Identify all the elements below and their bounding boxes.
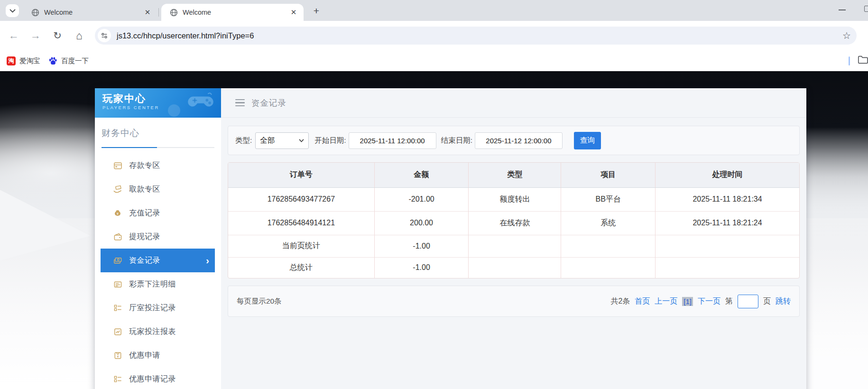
bookmark-taobao[interactable]: 淘 爱淘宝 xyxy=(4,54,43,67)
sidebar-item-label: 取款专区 xyxy=(129,185,160,194)
filter-bar: 类型: 全部 开始日期: 结束日期: 查询 xyxy=(228,126,800,155)
sidebar-item-withdraw-zone[interactable]: 取款专区 xyxy=(101,177,215,201)
site-settings-icon[interactable] xyxy=(98,29,111,42)
taobao-icon: 淘 xyxy=(7,56,16,65)
tab-close-button[interactable]: ✕ xyxy=(288,7,299,18)
cell-process-time: 2025-11-11 18:21:24 xyxy=(656,211,799,235)
sidebar-item-label: 资金记录 xyxy=(129,256,160,266)
money-bag-icon: ¥ xyxy=(112,209,123,218)
pager-controls: 共2条 首页 上一页 [1] 下一页 第 页 跳转 xyxy=(610,295,791,308)
browser-toolbar: ← → ↻ ⌂ js13.cc/hhcp/usercenter.html?ini… xyxy=(0,21,868,50)
window-minimize-button[interactable] xyxy=(839,9,846,10)
cell-amount: 200.00 xyxy=(374,211,469,235)
content-area: 资金记录 类型: 全部 开始日期: 结束日期: xyxy=(221,88,806,389)
table-row-total-summary: 总统计 -1.00 xyxy=(228,257,799,278)
tab-search-button[interactable] xyxy=(6,4,19,17)
sidebar-item-promo-apply[interactable]: ¥ 优惠申请 xyxy=(101,343,215,367)
tab-welcome-1[interactable]: Welcome ✕ xyxy=(23,4,157,21)
address-bar[interactable]: js13.cc/hhcp/usercenter.html?iniType=6 ☆ xyxy=(95,27,857,45)
hand-money-icon xyxy=(112,185,123,194)
page-jump-input[interactable] xyxy=(738,295,758,308)
bookmarks-separator xyxy=(849,56,850,65)
sidebar-item-promo-apply-records[interactable]: 优惠申请记录 xyxy=(101,367,215,389)
cell-summary-label: 总统计 xyxy=(228,257,374,278)
tab-separator xyxy=(158,8,159,17)
bookmark-star-icon[interactable]: ☆ xyxy=(842,31,851,40)
tab-strip: Welcome ✕ Welcome ✕ + xyxy=(0,0,868,21)
funds-table: 订单号 金额 类型 项目 处理时间 1762856493477267 xyxy=(228,162,800,278)
sidebar-item-lottery-bet-details[interactable]: 彩票下注明细 xyxy=(101,272,215,296)
type-select[interactable]: 全部 xyxy=(255,132,309,149)
sidebar-item-label: 充值记录 xyxy=(129,208,160,218)
type-label: 类型: xyxy=(235,136,252,146)
cell-summary-label: 当前页统计 xyxy=(228,235,374,257)
sidebar-item-label: 存款专区 xyxy=(129,161,160,171)
end-date-input[interactable] xyxy=(475,132,563,149)
sidebar-item-hall-bet-records[interactable]: 厅室投注记录 xyxy=(101,296,215,320)
chart-report-icon xyxy=(112,327,123,336)
chevron-down-icon xyxy=(9,9,16,13)
table-row: 1762856484914121 200.00 在线存款 系统 2025-11-… xyxy=(228,211,799,235)
table-row-page-summary: 当前页统计 -1.00 xyxy=(228,235,799,257)
tab-title: Welcome xyxy=(44,9,142,16)
tab-title: Welcome xyxy=(183,9,288,16)
tab-welcome-2[interactable]: Welcome ✕ xyxy=(161,4,304,21)
type-select-value: 全部 xyxy=(260,136,299,146)
page-title: 资金记录 xyxy=(251,97,286,109)
col-order-no: 订单号 xyxy=(228,163,374,187)
jump-button[interactable]: 跳转 xyxy=(776,296,791,306)
sidebar-item-funds-records[interactable]: 资金记录 › xyxy=(101,249,215,272)
sidebar-item-deposit-zone[interactable]: 存款专区 xyxy=(101,154,215,177)
hamburger-icon xyxy=(235,99,245,107)
jump-suffix-label: 页 xyxy=(763,296,771,306)
reload-button[interactable]: ↻ xyxy=(50,28,65,43)
cell-amount: -1.00 xyxy=(374,257,469,278)
col-project: 项目 xyxy=(561,163,656,187)
svg-text:¥: ¥ xyxy=(117,354,119,358)
query-button[interactable]: 查询 xyxy=(574,132,601,149)
active-chevron-icon: › xyxy=(206,256,209,265)
tab-close-button[interactable]: ✕ xyxy=(142,7,153,18)
jump-prefix-label: 第 xyxy=(725,296,733,306)
sidebar-item-withdrawal-records[interactable]: 提现记录 xyxy=(101,225,215,249)
col-process-time: 处理时间 xyxy=(656,163,799,187)
decoration-circle xyxy=(168,104,180,117)
url-text: js13.cc/hhcp/usercenter.html?iniType=6 xyxy=(117,31,842,40)
home-button[interactable]: ⌂ xyxy=(72,28,86,43)
chevron-down-icon xyxy=(299,139,304,142)
bookmark-baidu[interactable]: 百度一下 xyxy=(46,54,92,67)
cell-type: 额度转出 xyxy=(469,187,561,211)
window-maximize-button[interactable] xyxy=(864,6,868,12)
sidebar-menu: 存款专区 取款专区 ¥ 充值记录 提现记录 xyxy=(95,154,221,389)
sidebar-item-recharge-records[interactable]: ¥ 充值记录 xyxy=(101,201,215,225)
col-amount: 金额 xyxy=(374,163,469,187)
all-bookmarks-folder-icon[interactable] xyxy=(858,55,868,65)
first-page-link[interactable]: 首页 xyxy=(635,296,650,306)
new-tab-button[interactable]: + xyxy=(310,4,323,17)
sidebar-item-label: 提现记录 xyxy=(129,232,160,242)
cell-type: 在线存款 xyxy=(469,211,561,235)
cell-amount: -1.00 xyxy=(374,235,469,257)
cell-order-no: 1762856493477267 xyxy=(228,187,374,211)
table-row: 1762856493477267 -201.00 额度转出 BB平台 2025-… xyxy=(228,187,799,211)
sidebar-item-player-bet-report[interactable]: 玩家投注报表 xyxy=(101,320,215,343)
end-date-label: 结束日期: xyxy=(441,136,472,146)
sidebar-item-label: 优惠申请 xyxy=(129,351,160,361)
sidebar-item-label: 厅室投注记录 xyxy=(129,303,176,313)
start-date-input[interactable] xyxy=(349,132,436,149)
sidebar-item-label: 玩家投注报表 xyxy=(129,327,176,337)
gift-icon: ¥ xyxy=(112,351,123,360)
gamepad-icon xyxy=(187,92,214,112)
next-page-link[interactable]: 下一页 xyxy=(698,296,720,306)
wallet-icon xyxy=(112,232,123,241)
cell-amount: -201.00 xyxy=(374,187,469,211)
sidebar-item-label: 优惠申请记录 xyxy=(129,374,176,384)
back-button[interactable]: ← xyxy=(7,28,21,43)
cell-project: 系统 xyxy=(561,211,656,235)
prev-page-link[interactable]: 上一页 xyxy=(655,296,677,306)
content-body: 类型: 全部 开始日期: 结束日期: 查询 xyxy=(221,118,806,325)
svg-text:¥: ¥ xyxy=(117,212,119,215)
content-header: 资金记录 xyxy=(221,88,806,118)
forward-button[interactable]: → xyxy=(28,28,43,43)
cell-process-time: 2025-11-11 18:21:34 xyxy=(656,187,799,211)
